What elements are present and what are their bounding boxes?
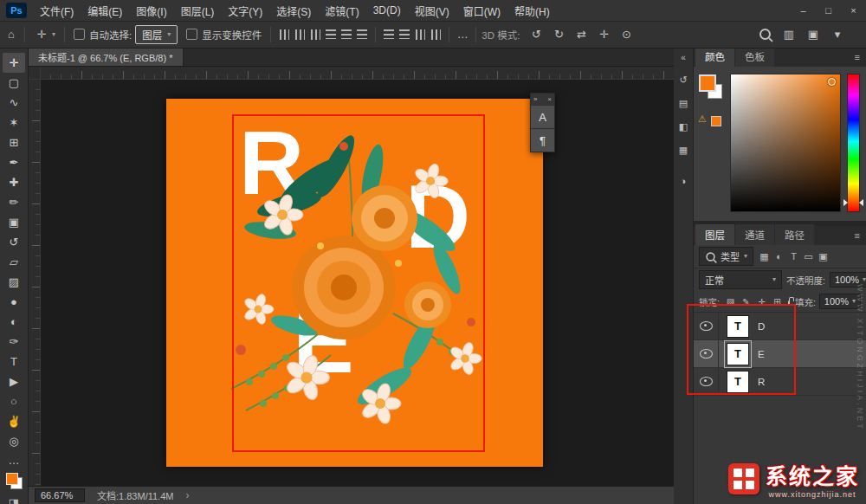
- ruler-horizontal[interactable]: [40, 67, 674, 80]
- menu-item[interactable]: 滤镜(T): [318, 0, 365, 22]
- healing-brush-tool[interactable]: ✚: [3, 172, 25, 192]
- layer-thumbnail[interactable]: T: [727, 371, 749, 393]
- crop-tool[interactable]: ⊞: [3, 132, 25, 152]
- quick-mask-icon[interactable]: ◨: [6, 494, 22, 504]
- close-button[interactable]: ×: [841, 0, 866, 21]
- ruler-vertical[interactable]: [28, 79, 41, 486]
- panel-tab[interactable]: 颜色: [695, 46, 734, 67]
- layer-visibility-toggle[interactable]: [694, 368, 719, 395]
- distribute-bottom-icon[interactable]: [412, 27, 428, 42]
- properties-panel-icon[interactable]: ▤: [675, 95, 691, 111]
- more-options-icon[interactable]: …: [455, 26, 470, 43]
- hue-slider-marker[interactable]: [843, 199, 848, 206]
- menu-item[interactable]: 3D(D): [366, 1, 408, 20]
- adjustments-panel-icon[interactable]: ◑: [675, 173, 691, 189]
- workspace-icon[interactable]: ▣: [805, 26, 821, 43]
- panel-tab[interactable]: 色板: [735, 46, 774, 67]
- filter-smart-object-icon[interactable]: ▣: [816, 251, 830, 262]
- quick-selection-tool[interactable]: ✶: [3, 113, 25, 132]
- eyedropper-tool[interactable]: ✒: [3, 152, 25, 172]
- shape-tool[interactable]: ○: [3, 391, 25, 411]
- hue-slider-marker[interactable]: [859, 199, 863, 206]
- lock-transparency-icon[interactable]: ▨: [725, 297, 736, 307]
- paragraph-panel-button[interactable]: ¶: [531, 128, 554, 152]
- home-icon[interactable]: ⌂: [3, 26, 19, 43]
- dodge-tool[interactable]: ◐: [3, 312, 25, 332]
- lock-pixels-icon[interactable]: ✎: [740, 297, 752, 307]
- gamut-color-swatch[interactable]: [711, 116, 721, 126]
- clone-stamp-tool[interactable]: ▣: [3, 212, 25, 232]
- auto-select-checkbox[interactable]: [74, 29, 85, 40]
- menu-item[interactable]: 帮助(H): [507, 0, 557, 22]
- zoom-level-field[interactable]: 66.67%: [35, 488, 85, 502]
- layer-row[interactable]: T D: [694, 313, 866, 340]
- collapse-icon[interactable]: »: [533, 95, 537, 103]
- lock-all-icon[interactable]: [788, 300, 790, 306]
- history-panel-icon[interactable]: ↺: [675, 72, 691, 87]
- lock-position-icon[interactable]: ✛: [756, 297, 767, 307]
- canvas-viewport[interactable]: R D E: [40, 79, 674, 486]
- chevron-down-icon[interactable]: ▾: [830, 26, 845, 43]
- layer-thumbnail[interactable]: T: [727, 343, 749, 365]
- panel-tab[interactable]: 通道: [735, 224, 774, 245]
- layer-filter-dropdown[interactable]: 类型 ▾: [699, 247, 753, 266]
- maximize-button[interactable]: □: [816, 0, 841, 21]
- 3d-roll-icon[interactable]: ↻: [551, 26, 566, 43]
- align-top-icon[interactable]: [323, 27, 339, 42]
- filter-shape-layers-icon[interactable]: ▭: [801, 251, 816, 262]
- fill-dropdown[interactable]: 100% ▾: [819, 294, 861, 309]
- gradient-tool[interactable]: ▨: [3, 272, 25, 292]
- current-tool-preset[interactable]: ✛ ▾: [30, 24, 59, 45]
- move-tool[interactable]: ✛: [3, 53, 25, 73]
- panel-tab[interactable]: 路径: [775, 224, 814, 245]
- type-tool[interactable]: T: [3, 352, 25, 372]
- saturation-brightness-picker[interactable]: [730, 74, 841, 212]
- hand-tool[interactable]: ✌: [3, 411, 25, 431]
- minimize-button[interactable]: –: [791, 0, 816, 21]
- color-picker-cursor[interactable]: [828, 78, 836, 86]
- history-brush-tool[interactable]: ↺: [3, 232, 25, 252]
- layer-visibility-toggle[interactable]: [694, 340, 719, 367]
- info-panel-icon[interactable]: ◧: [675, 119, 691, 134]
- lasso-tool[interactable]: ∿: [3, 93, 25, 113]
- filter-type-layers-icon[interactable]: T: [786, 251, 801, 262]
- eraser-tool[interactable]: ▱: [3, 252, 25, 272]
- 3d-slide-icon[interactable]: ✛: [596, 26, 611, 43]
- hue-slider[interactable]: [847, 74, 860, 212]
- character-panel-button[interactable]: A: [531, 105, 554, 128]
- collapse-panels-icon[interactable]: «: [681, 50, 686, 64]
- status-expand-icon[interactable]: ›: [185, 489, 189, 501]
- menu-item[interactable]: 窗口(W): [456, 0, 507, 22]
- document-tab[interactable]: 未标题-1 @ 66.7% (E, RGB/8) *: [28, 48, 184, 66]
- align-right-icon[interactable]: [307, 27, 323, 42]
- edit-toolbar-icon[interactable]: …: [6, 451, 22, 468]
- distribute-horizontal-icon[interactable]: [428, 27, 443, 42]
- menu-item[interactable]: 图像(I): [129, 0, 173, 22]
- panel-toggle-icon[interactable]: ▥: [781, 26, 797, 43]
- libraries-panel-icon[interactable]: ▦: [675, 142, 691, 158]
- opacity-dropdown[interactable]: 100% ▾: [830, 272, 866, 288]
- 3d-orbit-icon[interactable]: ↺: [528, 26, 544, 43]
- menu-item[interactable]: 文件(F): [33, 0, 81, 22]
- brush-tool[interactable]: ✏: [3, 192, 25, 212]
- panel-tab[interactable]: 图层: [695, 224, 734, 245]
- foreground-color-swatch[interactable]: [699, 74, 716, 92]
- panel-menu-icon[interactable]: ≡: [855, 230, 860, 241]
- align-left-icon[interactable]: [276, 27, 292, 42]
- menu-item[interactable]: 选择(S): [269, 0, 318, 22]
- align-bottom-icon[interactable]: [354, 27, 370, 42]
- auto-select-dropdown[interactable]: 图层 ▾: [135, 25, 178, 44]
- panel-menu-icon[interactable]: ≡: [855, 52, 860, 62]
- marquee-tool[interactable]: ▢: [3, 73, 25, 93]
- path-selection-tool[interactable]: ▶: [3, 372, 25, 391]
- distribute-middle-icon[interactable]: [397, 27, 412, 42]
- align-center-horizontal-icon[interactable]: [292, 27, 307, 42]
- filter-pixel-layers-icon[interactable]: ▦: [757, 251, 772, 262]
- blend-mode-dropdown[interactable]: 正常 ▾: [699, 270, 782, 289]
- search-icon[interactable]: [759, 29, 771, 40]
- menu-item[interactable]: 视图(V): [408, 0, 456, 22]
- layer-row[interactable]: T E: [694, 340, 866, 368]
- 3d-scale-icon[interactable]: ⊙: [618, 26, 634, 43]
- foreground-background-swatches[interactable]: [6, 473, 23, 489]
- lock-artboard-icon[interactable]: ⊞: [772, 297, 783, 307]
